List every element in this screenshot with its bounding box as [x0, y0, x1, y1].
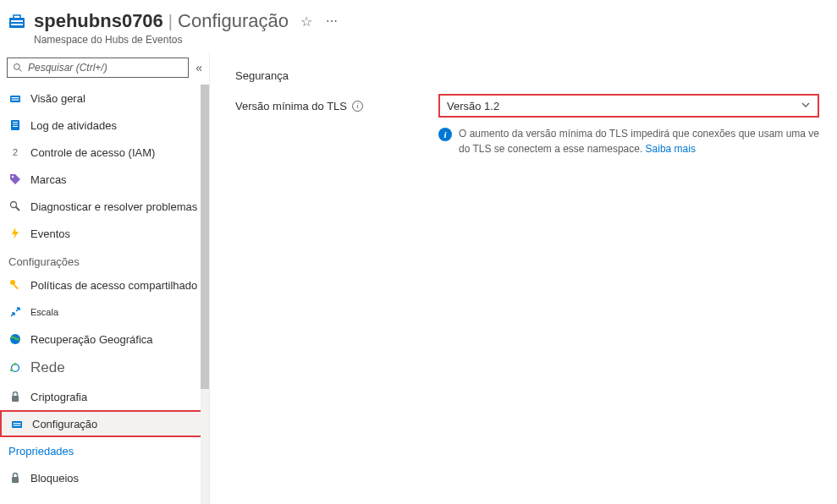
svg-rect-22	[12, 421, 22, 428]
key-icon	[8, 278, 22, 292]
sidebar-item-scale[interactable]: Escala	[0, 299, 209, 326]
sidebar-item-label: Criptografia	[30, 391, 87, 403]
svg-rect-23	[14, 423, 21, 424]
sidebar-item-overview[interactable]: Visão geral	[0, 85, 209, 112]
info-tooltip-icon[interactable]: i	[352, 101, 363, 112]
network-icon	[8, 361, 22, 375]
info-message: i O aumento da versão mínima do TLS impe…	[438, 126, 828, 156]
search-icon	[13, 63, 23, 73]
svg-line-4	[19, 69, 22, 72]
svg-rect-16	[14, 284, 19, 289]
svg-rect-6	[12, 97, 19, 98]
svg-line-14	[16, 207, 20, 211]
collapse-sidebar-icon[interactable]: «	[195, 61, 202, 74]
svg-rect-2	[11, 24, 23, 25]
title-separator: |	[168, 12, 173, 31]
svg-rect-25	[12, 477, 19, 483]
svg-point-13	[11, 202, 17, 208]
sidebar-item-label: Diagnosticar e resolver problemas	[30, 200, 197, 213]
svg-rect-0	[9, 18, 25, 28]
svg-rect-10	[13, 124, 18, 125]
events-icon	[8, 227, 22, 240]
tls-field-label: Versão mínima do TLS i	[235, 100, 421, 112]
info-badge-icon: i	[438, 128, 452, 141]
sidebar-item-encryption[interactable]: Criptografia	[0, 383, 209, 410]
sidebar-item-label: Log de atividades	[30, 119, 117, 132]
svg-rect-24	[14, 425, 21, 426]
svg-point-3	[14, 64, 20, 70]
svg-rect-1	[11, 20, 23, 22]
svg-rect-8	[11, 120, 19, 130]
lock-icon	[8, 390, 22, 403]
search-placeholder: Pesquisar (Ctrl+/)	[28, 62, 107, 74]
sidebar-item-label: Recuperação Geográfica	[30, 333, 153, 346]
tag-icon	[8, 173, 22, 186]
search-input[interactable]: Pesquisar (Ctrl+/)	[7, 58, 189, 78]
sidebar-item-label: Bloqueios	[30, 472, 79, 485]
resource-name: spehubns0706	[34, 10, 163, 32]
favorite-star-icon[interactable]: ☆	[300, 14, 312, 30]
lock-icon	[8, 471, 22, 485]
sidebar-item-events[interactable]: Eventos	[0, 220, 209, 247]
sidebar-item-label: Propriedades	[8, 445, 74, 457]
resource-icon	[7, 11, 27, 31]
resource-subtitle: Namespace do Hubs de Eventos	[34, 34, 830, 46]
learn-more-link[interactable]: Saiba mais	[646, 143, 696, 155]
chevron-down-icon	[801, 100, 811, 112]
svg-point-12	[12, 176, 14, 178]
sidebar-item-label: Eventos	[30, 227, 70, 240]
svg-point-20	[10, 369, 14, 372]
select-value: Versão 1.2	[447, 100, 499, 112]
sidebar: Pesquisar (Ctrl+/) « Visão geral Log de …	[0, 52, 210, 504]
section-header-settings: Configurações	[0, 247, 209, 271]
sidebar-item-label: Visão geral	[30, 92, 85, 105]
diagnose-icon	[8, 200, 22, 213]
sidebar-item-label: Controle de acesso (IAM)	[30, 146, 155, 159]
svg-rect-21	[12, 396, 19, 402]
tls-version-select[interactable]: Versão 1.2	[438, 94, 819, 118]
log-icon	[8, 118, 22, 132]
sidebar-item-networking[interactable]: Rede	[0, 353, 209, 383]
sidebar-item-activity-log[interactable]: Log de atividades	[0, 112, 209, 139]
sidebar-item-geo-recovery[interactable]: Recuperação Geográfica	[0, 326, 209, 353]
svg-point-19	[14, 363, 17, 366]
sidebar-item-properties[interactable]: Propriedades	[0, 437, 209, 464]
sidebar-item-configuration[interactable]: Configuração	[0, 410, 209, 437]
overview-icon	[8, 91, 22, 105]
sidebar-item-label: Escala	[30, 307, 58, 317]
sidebar-item-label: Marcas	[30, 173, 67, 186]
globe-icon	[8, 332, 22, 346]
svg-rect-9	[13, 122, 18, 123]
svg-rect-5	[10, 96, 20, 102]
more-menu-icon[interactable]: ⋯	[326, 14, 338, 28]
sidebar-item-locks[interactable]: Bloqueios	[0, 464, 209, 491]
page-title: Configuração	[178, 10, 289, 32]
scale-icon	[8, 305, 22, 319]
sidebar-item-diagnose[interactable]: Diagnosticar e resolver problemas	[0, 193, 209, 220]
sidebar-item-label: Rede	[30, 359, 65, 376]
svg-rect-7	[12, 100, 19, 101]
main-content: Segurança Versão mínima do TLS i Versão …	[210, 52, 837, 504]
sidebar-item-shared-access[interactable]: Políticas de acesso compartilhado	[0, 271, 209, 299]
access-icon: 2	[8, 145, 22, 159]
sidebar-item-access-control[interactable]: 2 Controle de acesso (IAM)	[0, 139, 209, 166]
config-icon	[10, 417, 24, 430]
sidebar-item-label: Configuração	[32, 418, 97, 430]
sidebar-item-tags[interactable]: Marcas	[0, 166, 209, 193]
sidebar-item-label: Políticas de acesso compartilhado	[30, 279, 197, 292]
page-header: spehubns0706 | Configuração ☆ ⋯ Namespac…	[0, 0, 837, 52]
security-heading: Segurança	[235, 69, 837, 82]
scrollbar-thumb[interactable]	[201, 85, 209, 389]
svg-rect-11	[13, 126, 18, 127]
